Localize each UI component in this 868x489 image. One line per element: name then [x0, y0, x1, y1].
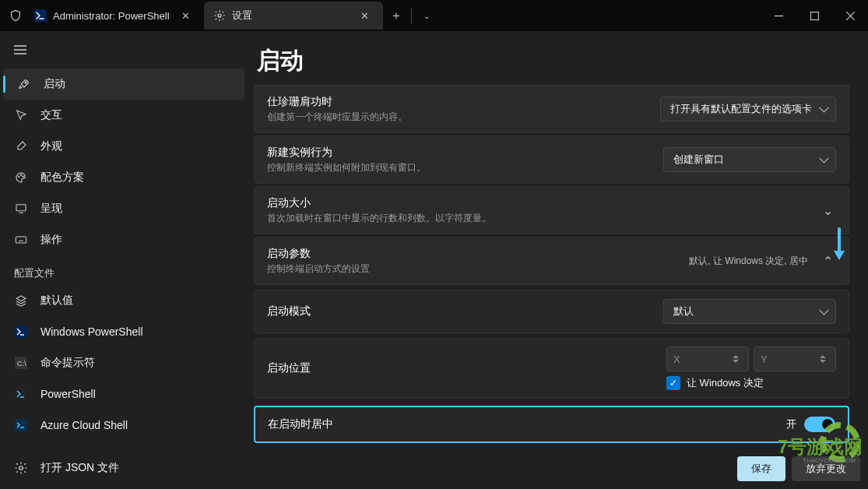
page-title: 启动 — [257, 45, 849, 77]
sidebar: 启动 交互 外观 配色方案 呈现 操作 配置文件 — [0, 31, 248, 489]
shield-icon — [6, 9, 25, 22]
svg-point-22 — [19, 466, 23, 470]
spinner-icon[interactable] — [820, 350, 831, 368]
layers-icon — [14, 294, 28, 307]
svg-rect-11 — [16, 205, 26, 211]
gear-icon — [14, 461, 28, 475]
open-json-label: 打开 JSON 文件 — [40, 461, 119, 475]
row-launch-position: 启动位置 X Y ✓ 让 Windows 决定 — [254, 338, 849, 399]
nav-label: 交互 — [40, 108, 62, 122]
nav-label: PowerShell — [40, 388, 96, 400]
close-icon[interactable]: ✕ — [356, 9, 374, 23]
palette-icon — [14, 171, 28, 184]
svg-rect-13 — [16, 237, 26, 243]
gear-icon — [213, 9, 226, 22]
tab-label: Administrator: PowerShell — [53, 10, 170, 22]
card-default-profile: 仕珍珊肩功时 创建第一个终端时应显示的内容。 打开具有默认配置文件的选项卡 — [254, 85, 849, 133]
menu-button[interactable] — [5, 36, 36, 64]
nav-startup[interactable]: 启动 — [3, 69, 244, 100]
tab-dropdown-button[interactable]: ⌄ — [413, 12, 440, 20]
maximize-button[interactable] — [796, 0, 832, 31]
nav-label: Azure Cloud Shell — [40, 419, 128, 431]
launch-mode-dropdown[interactable]: 默认 — [663, 299, 836, 324]
nav-colorschemes[interactable]: 配色方案 — [0, 162, 248, 193]
keyboard-icon — [14, 234, 28, 246]
svg-rect-20 — [15, 388, 27, 400]
profiles-header: 配置文件 — [0, 255, 248, 285]
nav-appearance[interactable]: 外观 — [0, 131, 248, 162]
azure-icon — [14, 419, 28, 431]
brush-icon — [14, 140, 28, 153]
cmd-icon: C:\ — [14, 357, 28, 369]
nav-label: 操作 — [40, 233, 62, 247]
card-title: 仕珍珊肩功时 — [267, 95, 660, 109]
card-subtitle: 控制新终端实例如何附加到现有窗口。 — [267, 161, 663, 174]
footer: 保存 放弃更改 — [737, 456, 860, 481]
card-title: 启动参数 — [267, 247, 689, 261]
card-title: 启动大小 — [267, 196, 811, 210]
nav-label: Windows PowerShell — [40, 325, 143, 338]
close-button[interactable] — [832, 0, 868, 31]
powershell-icon — [34, 9, 47, 22]
card-subtitle: 首次加载时在窗口中显示的行数和列数。以字符度量。 — [267, 212, 811, 225]
tab-divider — [411, 8, 412, 23]
pwsh-icon — [14, 388, 28, 400]
nav-label: 外观 — [40, 139, 62, 153]
tab-powershell[interactable]: Administrator: PowerShell ✕ — [25, 2, 204, 30]
nav-label: 呈现 — [40, 202, 62, 216]
svg-text:C:\: C:\ — [17, 360, 26, 368]
profile-cmd[interactable]: C:\ 命令提示符 — [0, 347, 248, 378]
tab-label: 设置 — [232, 9, 350, 23]
row-label: 启动位置 — [267, 361, 666, 375]
save-button[interactable]: 保存 — [737, 456, 785, 481]
profile-azure[interactable]: Azure Cloud Shell — [0, 410, 248, 441]
annotation-arrow-icon — [832, 227, 846, 262]
window-controls — [761, 0, 868, 31]
let-windows-decide-checkbox[interactable]: ✓ 让 Windows 决定 — [666, 376, 764, 390]
row-label: 在启动时居中 — [268, 417, 786, 431]
y-input[interactable]: Y — [754, 347, 836, 371]
toggle-state-label: 开 — [786, 417, 796, 431]
nav-interaction[interactable]: 交互 — [0, 100, 248, 131]
svg-point-10 — [23, 176, 23, 177]
row-center-on-launch: 在启动时居中 开 — [254, 406, 849, 443]
x-input[interactable]: X — [666, 347, 749, 371]
new-instance-dropdown[interactable]: 创建新窗口 — [663, 147, 836, 172]
svg-rect-21 — [15, 419, 27, 431]
cursor-icon — [14, 109, 28, 121]
discard-button[interactable]: 放弃更改 — [792, 456, 860, 481]
card-title: 新建实例行为 — [267, 146, 663, 160]
powershell-icon — [14, 325, 28, 338]
content: 启动 仕珍珊肩功时 创建第一个终端时应显示的内容。 打开具有默认配置文件的选项卡… — [248, 31, 868, 489]
center-on-launch-toggle[interactable] — [804, 417, 835, 432]
card-launch-params[interactable]: 启动参数 控制终端启动方式的设置 默认, 让 Windows 决定, 居中 ⌃ — [254, 237, 849, 285]
nav-label: 命令提示符 — [40, 356, 95, 370]
default-profile-dropdown[interactable]: 打开具有默认配置文件的选项卡 — [660, 97, 836, 121]
checkbox-checked-icon: ✓ — [666, 376, 680, 390]
svg-rect-17 — [15, 325, 27, 338]
monitor-icon — [14, 202, 28, 215]
spinner-icon[interactable] — [733, 350, 743, 368]
profile-defaults[interactable]: 默认值 — [0, 285, 248, 316]
minimize-button[interactable] — [761, 0, 796, 31]
tab-settings[interactable]: 设置 ✕ — [204, 2, 383, 30]
chevron-down-icon[interactable]: ⌄ — [819, 203, 836, 218]
open-json-button[interactable]: 打开 JSON 文件 — [0, 445, 248, 489]
svg-point-9 — [20, 174, 21, 175]
card-subtitle: 创建第一个终端时应显示的内容。 — [267, 111, 660, 124]
card-subtitle: 控制终端启动方式的设置 — [267, 262, 689, 276]
nav-rendering[interactable]: 呈现 — [0, 193, 248, 224]
nav-actions[interactable]: 操作 — [0, 224, 248, 255]
row-label: 启动模式 — [267, 304, 663, 318]
profile-pwsh[interactable]: PowerShell — [0, 378, 248, 410]
svg-rect-3 — [810, 12, 818, 19]
new-tab-button[interactable]: ＋ — [383, 8, 409, 24]
close-icon[interactable]: ✕ — [177, 9, 195, 23]
nav-label: 启动 — [44, 77, 65, 91]
profile-winpowershell[interactable]: Windows PowerShell — [0, 316, 248, 347]
nav-label: 默认值 — [40, 294, 73, 308]
row-launch-mode: 启动模式 默认 — [254, 290, 849, 333]
card-summary: 默认, 让 Windows 决定, 居中 — [689, 255, 808, 268]
svg-point-7 — [25, 82, 26, 83]
card-launch-size[interactable]: 启动大小 首次加载时在窗口中显示的行数和列数。以字符度量。 ⌄ — [254, 186, 849, 234]
